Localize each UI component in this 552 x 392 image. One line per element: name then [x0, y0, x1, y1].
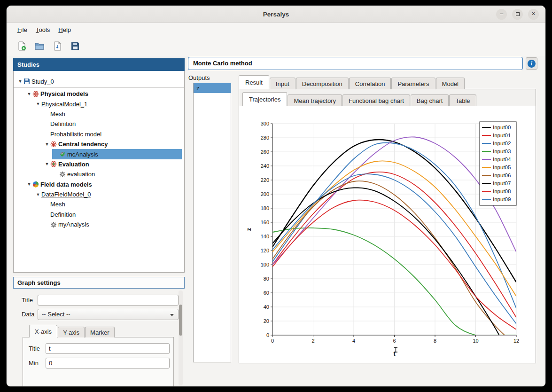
tree-item-content: mcAnalysis	[52, 149, 182, 159]
menu-help[interactable]: Help	[54, 25, 75, 35]
svg-text:260: 260	[261, 149, 269, 155]
atomeval-icon	[50, 161, 58, 168]
svg-text:10: 10	[473, 338, 478, 344]
tree-item-probabilistic-model[interactable]: Probabilistic model	[14, 129, 184, 139]
tab-model[interactable]: Model	[436, 78, 465, 89]
tree-indent	[14, 194, 34, 195]
outputs-list[interactable]: z	[193, 83, 231, 362]
svg-text:200: 200	[261, 191, 269, 197]
expand-arrow-icon[interactable]: ▼	[26, 182, 32, 187]
gear-icon	[59, 171, 67, 178]
menubar: FileToolsHelp	[7, 24, 545, 36]
open-study-button[interactable]	[34, 40, 45, 52]
svg-text:Input02: Input02	[493, 141, 511, 146]
svg-text:8: 8	[434, 338, 436, 344]
maximize-button[interactable]	[512, 9, 523, 20]
gs-tab-marker[interactable]: Marker	[85, 327, 114, 337]
tree-item-label: myAnalysis	[58, 221, 89, 228]
mc-icon	[59, 151, 67, 158]
graph-settings-scrollbar[interactable]	[179, 290, 183, 385]
tree-item-evaluation[interactable]: evaluation	[14, 169, 184, 179]
svg-text:160: 160	[261, 220, 269, 225]
svg-text:220: 220	[261, 177, 269, 183]
subtab-trajectories[interactable]: Trajectories	[242, 92, 287, 106]
tree-item-label: Study_0	[31, 78, 54, 85]
output-item-z[interactable]: z	[194, 83, 231, 93]
tree-indent	[14, 224, 43, 225]
tree-item-definition[interactable]: Definition	[14, 119, 184, 129]
studies-tree: ▼Study_0▼Physical models▼PhysicalModel_1…	[13, 71, 185, 273]
tab-correlation[interactable]: Correlation	[349, 78, 391, 89]
x-axis-min-input[interactable]	[46, 358, 170, 368]
svg-text:Input09: Input09	[493, 196, 511, 202]
trajectories-chart[interactable]: 0204060801001201401601802002202402602803…	[240, 107, 535, 362]
menu-tools[interactable]: Tools	[31, 25, 54, 35]
tree-item-definition[interactable]: Definition	[14, 210, 184, 220]
x-axis-label: t	[393, 351, 396, 357]
titlebar[interactable]: Persalys − ×	[7, 6, 545, 23]
tree-item-physical-models[interactable]: ▼Physical models	[14, 89, 184, 99]
tree-item-study-0[interactable]: ▼Study_0	[14, 76, 184, 87]
gs-tab-y-axis[interactable]: Y-axis	[58, 327, 85, 337]
field-data-icon	[32, 181, 39, 188]
scrollbar-thumb[interactable]	[179, 305, 182, 336]
graph-settings-panel: Graph settings Title Data -- Select -- X…	[13, 277, 185, 386]
chart-legend: Input00Input01Input02Input03Input04Input…	[480, 122, 516, 205]
tab-parameters[interactable]: Parameters	[391, 78, 435, 89]
tree-item-content: Definition	[43, 119, 182, 129]
expand-arrow-icon[interactable]: ▼	[35, 102, 41, 106]
expand-arrow-icon[interactable]: ▼	[26, 92, 32, 96]
tree-item-evaluation[interactable]: ▼Evaluation	[14, 159, 184, 169]
svg-text:Input06: Input06	[493, 172, 511, 178]
toolbar	[7, 36, 545, 56]
tree-item-mesh[interactable]: Mesh	[14, 199, 184, 209]
graph-title-label: Title	[22, 297, 33, 304]
analysis-title-field[interactable]: Monte Carlo method	[188, 57, 523, 70]
analysis-check-icon	[59, 151, 66, 157]
tree-item-central-tendency[interactable]: ▼Central tendency	[14, 139, 184, 149]
svg-text:Input08: Input08	[493, 188, 511, 194]
subtab-mean-trajectory[interactable]: Mean trajectory	[288, 94, 342, 106]
floppy-icon	[23, 78, 30, 85]
graph-title-input[interactable]	[38, 295, 179, 306]
new-document-icon	[17, 41, 26, 51]
save-study-button[interactable]	[70, 40, 81, 52]
tab-result[interactable]: Result	[239, 75, 269, 89]
expand-arrow-icon[interactable]: ▼	[17, 79, 23, 84]
tree-item-field-data-models[interactable]: ▼Field data models	[14, 180, 184, 189]
tree-item-label: Probabilistic model	[50, 131, 101, 138]
tree-item-datafieldmodel-0[interactable]: ▼DataFieldModel_0	[14, 189, 184, 199]
new-study-button[interactable]	[16, 40, 27, 52]
graph-data-select[interactable]: -- Select --	[38, 309, 179, 320]
tree-item-mesh[interactable]: Mesh	[14, 109, 184, 119]
import-script-button[interactable]	[52, 40, 63, 52]
import-script-icon	[53, 41, 62, 51]
tree-item-mcanalysis[interactable]: mcAnalysis	[14, 149, 184, 159]
close-button[interactable]: ×	[528, 9, 539, 20]
graph-data-select-value: -- Select --	[42, 311, 70, 318]
expand-arrow-icon[interactable]: ▼	[44, 162, 50, 166]
expand-arrow-icon[interactable]: ▼	[44, 142, 50, 147]
tree-item-label: Physical models	[40, 90, 88, 97]
tab-decomposition[interactable]: Decomposition	[296, 78, 349, 89]
tab-input[interactable]: Input	[270, 78, 295, 89]
tree-item-myanalysis[interactable]: myAnalysis	[14, 220, 184, 229]
tree-item-content: ▼Field data models	[25, 180, 182, 189]
menu-file[interactable]: File	[13, 25, 31, 35]
subtab-functional-bag-chart[interactable]: Functional bag chart	[342, 94, 410, 106]
tree-item-content: Mesh	[43, 109, 182, 119]
minimize-button[interactable]: −	[496, 9, 507, 20]
tree-item-physicalmodel-1[interactable]: ▼PhysicalModel_1	[14, 99, 184, 109]
tree-indent	[14, 184, 25, 185]
info-button[interactable]: i	[526, 57, 537, 70]
subtab-table[interactable]: Table	[449, 94, 476, 106]
x-axis-title-input[interactable]	[46, 343, 170, 354]
evaluation-icon	[50, 161, 57, 167]
svg-text:Input01: Input01	[493, 133, 511, 138]
gs-tab-x-axis[interactable]: X-axis	[29, 325, 57, 337]
tree-indent	[14, 94, 25, 94]
subtab-bag-chart[interactable]: Bag chart	[411, 94, 449, 106]
tree-item-content: Probabilistic model	[43, 129, 182, 139]
expand-arrow-icon[interactable]: ▼	[35, 192, 41, 197]
svg-text:20: 20	[264, 318, 269, 324]
